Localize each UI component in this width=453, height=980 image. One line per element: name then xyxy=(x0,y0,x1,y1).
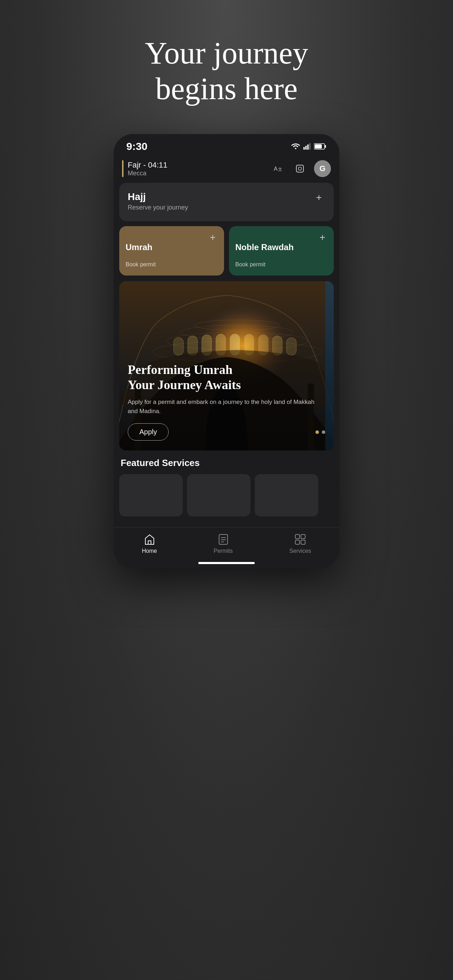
featured-card-2[interactable] xyxy=(187,474,251,517)
svg-rect-6 xyxy=(325,145,326,148)
wifi-icon xyxy=(291,143,300,150)
svg-point-0 xyxy=(295,148,296,149)
umrah-title: Umrah xyxy=(126,242,218,252)
prayer-location: Mecca xyxy=(128,170,168,177)
apply-button[interactable]: Apply xyxy=(128,423,168,441)
svg-rect-1 xyxy=(304,147,305,150)
svg-rect-3 xyxy=(307,145,309,150)
hajj-card-text: Hajj Reserve your journey xyxy=(128,191,188,211)
featured-services-title: Featured Services xyxy=(119,458,334,468)
permits-nav-label: Permits xyxy=(214,548,233,554)
home-icon xyxy=(143,533,156,546)
home-indicator xyxy=(198,562,255,564)
dot-1 xyxy=(315,430,319,434)
rawdah-card[interactable]: + Noble Rawdah Book permit xyxy=(229,226,334,275)
status-bar: 9:30 xyxy=(114,134,339,156)
nav-item-permits[interactable]: Permits xyxy=(214,533,233,554)
services-nav-label: Services xyxy=(289,548,311,554)
featured-cards-row xyxy=(119,474,334,517)
header-actions: A 文 G xyxy=(270,160,331,177)
bottom-navigation: Home Permits Ser xyxy=(114,527,339,558)
hajj-plus-button[interactable]: + xyxy=(313,191,325,204)
permits-icon xyxy=(217,533,230,546)
banner-description: Apply for a permit and embark on a journ… xyxy=(128,398,325,415)
svg-text:A: A xyxy=(274,166,278,172)
umrah-subtitle: Book permit xyxy=(126,261,218,268)
phone-frame: 9:30 xyxy=(114,134,339,568)
prayer-info: Fajr - 04:11 Mecca xyxy=(122,160,168,177)
small-cards-row: + Umrah Book permit + Noble Rawdah Book … xyxy=(119,226,334,275)
rawdah-subtitle: Book permit xyxy=(235,261,327,268)
svg-rect-25 xyxy=(272,336,282,355)
svg-rect-35 xyxy=(301,535,305,539)
dot-2 xyxy=(322,430,325,434)
svg-rect-11 xyxy=(299,167,301,170)
hajj-card[interactable]: Hajj Reserve your journey + xyxy=(119,183,334,221)
status-icons xyxy=(291,143,327,150)
hajj-title: Hajj xyxy=(128,191,188,202)
featured-card-1[interactable] xyxy=(119,474,183,517)
svg-rect-18 xyxy=(173,337,183,355)
featured-card-3[interactable] xyxy=(255,474,318,517)
umrah-card[interactable]: + Umrah Book permit xyxy=(119,226,224,275)
nav-item-services[interactable]: Services xyxy=(289,533,311,554)
prayer-name: Fajr - 04:11 xyxy=(128,161,168,170)
svg-rect-10 xyxy=(296,165,304,172)
prayer-text: Fajr - 04:11 Mecca xyxy=(128,161,168,177)
app-header: Fajr - 04:11 Mecca A 文 G xyxy=(114,156,339,183)
main-content: Hajj Reserve your journey + + Umrah Book… xyxy=(114,183,339,517)
svg-rect-19 xyxy=(188,336,197,355)
banner-content: Performing Umrah Your Journey Awaits App… xyxy=(128,362,325,441)
content-spacer xyxy=(114,517,339,527)
svg-rect-4 xyxy=(309,143,311,150)
battery-icon xyxy=(314,143,327,150)
screen-icon[interactable] xyxy=(292,161,308,177)
rawdah-plus-button[interactable]: + xyxy=(316,231,329,244)
translate-icon[interactable]: A 文 xyxy=(270,161,286,177)
svg-rect-36 xyxy=(295,540,300,544)
svg-rect-2 xyxy=(305,146,307,150)
svg-rect-37 xyxy=(301,540,305,544)
services-icon xyxy=(294,533,307,546)
hero-title: Your journey begins here xyxy=(145,35,308,107)
svg-rect-29 xyxy=(148,541,151,544)
umrah-plus-button[interactable]: + xyxy=(207,231,219,244)
banner-title: Performing Umrah Your Journey Awaits xyxy=(128,362,325,393)
next-card-peek xyxy=(325,281,334,450)
svg-rect-26 xyxy=(286,337,296,355)
status-time: 9:30 xyxy=(126,140,148,153)
avatar-button[interactable]: G xyxy=(314,160,331,177)
rawdah-title: Noble Rawdah xyxy=(235,242,327,252)
carousel-dots xyxy=(315,430,325,434)
svg-text:文: 文 xyxy=(278,167,282,172)
banner-footer: Apply xyxy=(128,423,325,441)
prayer-bar-accent xyxy=(122,160,124,177)
banner-card: Performing Umrah Your Journey Awaits App… xyxy=(119,281,334,450)
hajj-subtitle: Reserve your journey xyxy=(128,204,188,211)
home-nav-label: Home xyxy=(142,548,157,554)
svg-rect-34 xyxy=(295,535,300,539)
signal-icon xyxy=(304,143,311,150)
svg-rect-7 xyxy=(315,144,322,148)
nav-item-home[interactable]: Home xyxy=(142,533,157,554)
